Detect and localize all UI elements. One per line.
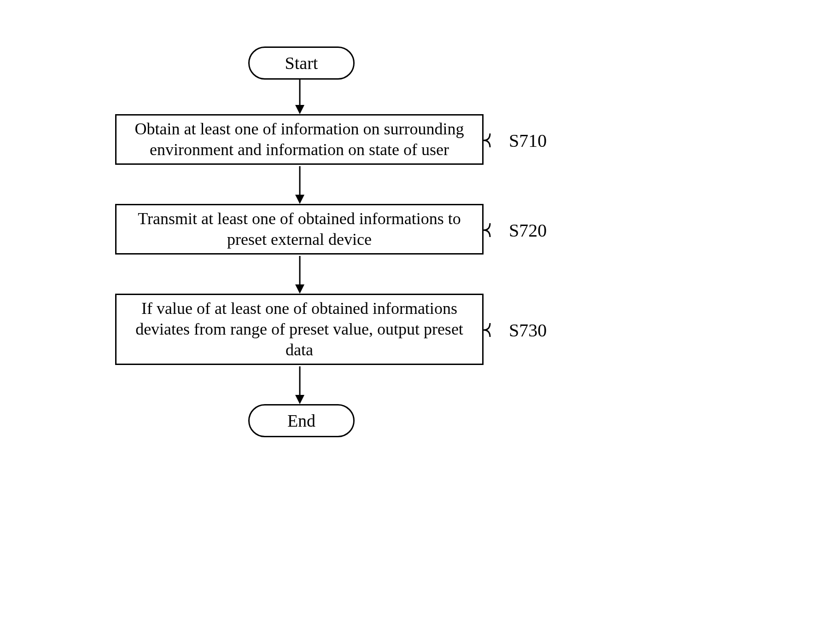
arrow-start-to-s710: [293, 78, 307, 114]
process-s720-text: Transmit at least one of obtained inform…: [126, 208, 473, 250]
start-text: Start: [285, 53, 318, 73]
process-s720: Transmit at least one of obtained inform…: [115, 204, 484, 255]
arrow-s730-to-end: [293, 366, 307, 404]
svg-marker-7: [295, 395, 304, 404]
end-text: End: [287, 411, 315, 431]
connector-s710: [484, 133, 497, 148]
svg-marker-5: [295, 284, 304, 294]
process-s730: If value of at least one of obtained inf…: [115, 294, 484, 365]
end-terminal: End: [248, 404, 355, 437]
label-s730: S730: [509, 319, 547, 341]
svg-marker-3: [295, 195, 304, 204]
process-s730-text: If value of at least one of obtained inf…: [126, 298, 473, 360]
arrow-s710-to-s720: [293, 166, 307, 204]
connector-s720: [484, 222, 497, 238]
flowchart-container: Start Obtain at least one of information…: [0, 0, 840, 637]
arrow-s720-to-s730: [293, 256, 307, 294]
process-s710-text: Obtain at least one of information on su…: [126, 119, 473, 160]
svg-marker-1: [295, 105, 304, 114]
label-s720: S720: [509, 220, 547, 241]
label-s710: S710: [509, 130, 547, 151]
process-s710: Obtain at least one of information on su…: [115, 114, 484, 165]
start-terminal: Start: [248, 46, 355, 80]
connector-s730: [484, 322, 497, 338]
